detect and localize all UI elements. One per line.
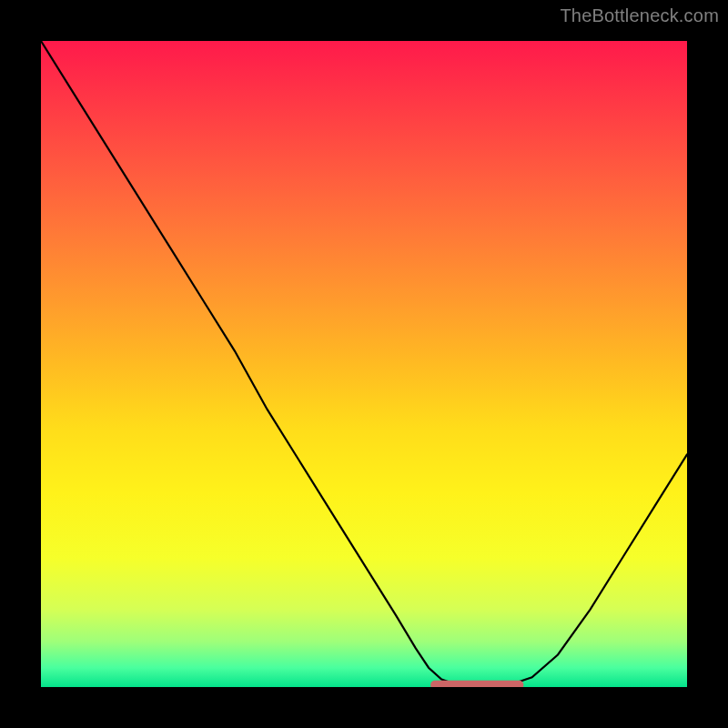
bottleneck-curve <box>41 41 687 686</box>
chart-svg <box>41 41 687 687</box>
plot-area <box>41 41 687 687</box>
attribution-text: TheBottleneck.com <box>560 5 719 26</box>
chart-container: TheBottleneck.com <box>0 0 728 728</box>
